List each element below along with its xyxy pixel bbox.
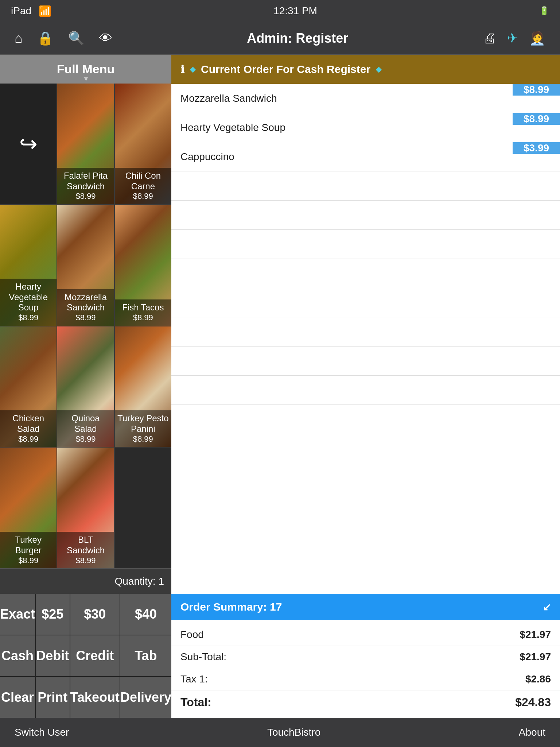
nav-title: Admin: Register [247,31,348,46]
order-summary-label: Order Summary: 17 [180,601,282,613]
turkey-burger-name: Turkey Burger [15,535,41,555]
order-item-2[interactable]: Hearty Vegetable Soup $8.99 [171,113,560,142]
mozzarella-label: Mozzarella Sandwich $8.99 [57,289,114,326]
left-panel: Full Menu ↩ Falafel Pita Sandwich $8.99 … [0,55,171,718]
order-item-1[interactable]: Mozzarella Sandwich $8.99 [171,84,560,113]
user-icon[interactable]: 🧑‍💼 [529,31,545,46]
empty-row-1 [171,171,560,201]
delivery-button[interactable]: Delivery [120,677,171,718]
blt-price: $8.99 [59,556,112,565]
quantity-label: Quantity: 1 [115,576,164,587]
quinoa-label: Quinoa Salad $8.99 [57,410,114,447]
turkey-burger-price: $8.99 [2,556,54,565]
send-icon[interactable]: ✈ [507,31,518,46]
40-button[interactable]: $40 [120,594,171,635]
credit-button[interactable]: Credit [70,635,120,676]
empty-row-7 [171,347,560,376]
menu-item-turkey-burger[interactable]: Turkey Burger $8.99 [0,448,57,568]
cash-button[interactable]: Cash [0,635,35,676]
menu-item-empty [115,448,171,568]
collapse-icon[interactable]: ↙ [542,601,551,613]
tab-button[interactable]: Tab [120,635,171,676]
status-bar-left: iPad 📶 [11,5,51,17]
order-header-title: Current Order For Cash Register [201,63,370,76]
blt-name: BLT Sandwich [67,535,105,555]
25-button[interactable]: $25 [36,594,69,635]
empty-row-8 [171,376,560,405]
food-amount: $21.97 [520,629,551,640]
soup-label: Hearty Vegetable Soup $8.99 [0,279,57,326]
mozzarella-name: Mozzarella Sandwich [65,292,107,313]
debit-button[interactable]: Debit [36,635,69,676]
full-menu-title: Full Menu [57,62,115,76]
eye-icon[interactable]: 👁 [99,31,112,46]
30-button[interactable]: $30 [70,594,120,635]
exact-button[interactable]: Exact [0,594,35,635]
lock-icon[interactable]: 🔒 [37,31,54,46]
turkey-pesto-label: Turkey Pesto Panini $8.99 [115,410,171,447]
chicken-name: Chicken Salad [12,413,44,434]
chili-label: Chili Con Carne $8.99 [115,168,171,204]
chili-name: Chili Con Carne [125,171,161,191]
battery-icon: 🔋 [539,6,549,16]
fish-price: $8.99 [117,313,169,322]
empty-row-5 [171,288,560,317]
full-menu-header[interactable]: Full Menu [0,55,171,84]
summary-food-row: Food $21.97 [171,624,560,646]
nav-left-icons: ⌂ 🔒 🔍 👁 [15,31,112,46]
ipad-label: iPad [11,5,31,17]
falafel-price: $8.99 [59,191,112,201]
back-button[interactable]: ↩ [0,84,57,204]
main-container: Full Menu ↩ Falafel Pita Sandwich $8.99 … [0,55,560,718]
menu-item-chili[interactable]: Chili Con Carne $8.99 [115,84,171,204]
quinoa-price: $8.99 [59,434,112,444]
menu-item-mozzarella[interactable]: Mozzarella Sandwich $8.99 [57,205,114,326]
order-summary-header[interactable]: Order Summary: 17 ↙ [171,594,560,620]
nav-right-icons: 🖨 ✈ 🧑‍💼 [483,31,545,46]
menu-item-chicken[interactable]: Chicken Salad $8.99 [0,326,57,447]
about-button[interactable]: About [519,727,545,738]
wifi-icon: 📶 [39,5,51,17]
switch-user-button[interactable]: Switch User [15,727,69,738]
menu-item-fish[interactable]: Fish Tacos $8.99 [115,205,171,326]
menu-item-soup[interactable]: Hearty Vegetable Soup $8.99 [0,205,57,326]
print-icon[interactable]: 🖨 [483,31,496,46]
nav-bar: ⌂ 🔒 🔍 👁 Admin: Register 🖨 ✈ 🧑‍💼 [0,22,560,55]
search-icon[interactable]: 🔍 [68,31,85,46]
empty-row-2 [171,201,560,230]
soup-name: Hearty Vegetable Soup [9,282,48,313]
summary-subtotal-row: Sub-Total: $21.97 [171,646,560,668]
order-item-2-price: $8.99 [513,113,560,125]
mozzarella-price: $8.99 [59,313,112,322]
order-item-1-price: $8.99 [513,84,560,96]
clear-button[interactable]: Clear [0,677,35,718]
home-icon[interactable]: ⌂ [15,31,23,46]
menu-item-turkey-pesto[interactable]: Turkey Pesto Panini $8.99 [115,326,171,447]
info-icon: ℹ [180,63,184,76]
back-arrow-icon: ↩ [19,131,38,156]
food-label: Food [180,629,204,640]
subtotal-amount: $21.97 [520,651,551,663]
empty-row-3 [171,230,560,259]
fish-label: Fish Tacos $8.99 [115,299,171,325]
empty-row-6 [171,317,560,347]
quinoa-name: Quinoa Salad [71,413,100,434]
bottom-bar: Switch User TouchBistro About [0,718,560,747]
menu-item-falafel[interactable]: Falafel Pita Sandwich $8.99 [57,84,114,204]
chicken-price: $8.99 [2,434,54,444]
print-button[interactable]: Print [36,677,69,718]
menu-item-quinoa[interactable]: Quinoa Salad $8.99 [57,326,114,447]
order-item-3-name: Cappuccino [171,144,513,170]
summary-total-row: Total: $24.83 [171,690,560,714]
takeout-button[interactable]: Takeout [70,677,120,718]
order-item-3[interactable]: Cappuccino $3.99 [171,142,560,171]
tax-amount: $2.86 [525,673,551,685]
quantity-bar: Quantity: 1 [0,568,171,594]
soup-price: $8.99 [2,313,54,322]
empty-row-4 [171,259,560,288]
falafel-label: Falafel Pita Sandwich $8.99 [57,168,114,204]
order-item-3-price: $3.99 [513,142,560,154]
turkey-pesto-name: Turkey Pesto Panini [117,413,169,434]
menu-item-blt[interactable]: BLT Sandwich $8.99 [57,448,114,568]
fish-name: Fish Tacos [122,302,164,312]
